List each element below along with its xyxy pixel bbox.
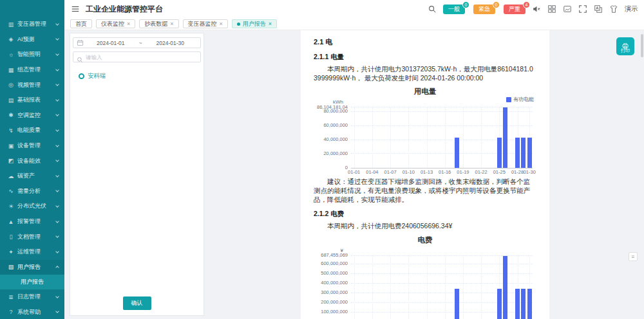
sidebar-item-9[interactable]: ▣设备管理: [0, 138, 64, 154]
chevron-down-icon: [55, 22, 59, 26]
chart-legend[interactable]: 有功电能: [506, 96, 534, 103]
alarm-badge-severe[interactable]: 严重4: [504, 5, 526, 14]
sidebar-item-label: 文档管理: [17, 233, 56, 241]
chevron-down-icon: [55, 204, 59, 208]
sidebar-item-label: 分布式光伏: [17, 202, 56, 210]
sidebar-item-label: 视频管理: [17, 81, 56, 89]
screenshot-icon[interactable]: [563, 5, 572, 14]
bar-day-26: [503, 256, 507, 319]
y-tick-label: 100,000,000: [305, 309, 348, 314]
confirm-button[interactable]: 确认: [123, 296, 151, 310]
sidebar-item-17[interactable]: ▧用户报告: [0, 260, 64, 275]
gridline: [427, 107, 428, 168]
sidebar-item-16[interactable]: ✦运维管理: [0, 244, 64, 260]
sidebar-menu: ▥变压器管理◈AI预测☼智能照明▦组态管理◎视频管理▤基础报表✱空调监控↯电能质…: [0, 0, 64, 319]
menu-item-icon: ☼: [7, 51, 15, 58]
sidebar-item-10[interactable]: ◩设备能效: [0, 153, 64, 169]
bar-day-29: [521, 138, 526, 168]
cost-summary-paragraph: 本周期内，共计使用电费2406056696.34¥: [314, 222, 536, 231]
search-input[interactable]: [86, 54, 197, 60]
date-end[interactable]: 2024-01-30: [143, 40, 197, 46]
sidebar-item-2[interactable]: ◈AI预测: [0, 32, 64, 48]
bar-day-25: [497, 138, 502, 168]
active-tab-dot: [237, 23, 240, 26]
tab-5[interactable]: 用户报告×: [232, 19, 277, 28]
grid-icon[interactable]: [547, 5, 556, 14]
tree-search: [73, 51, 201, 62]
tab-1[interactable]: 首页: [70, 19, 92, 28]
sidebar-item-13[interactable]: ☀分布式光伏: [0, 199, 64, 214]
sidebar-item-19[interactable]: ?系统帮助: [0, 305, 64, 319]
sidebar-item-5[interactable]: ◎视频管理: [0, 77, 64, 93]
header-icons: [532, 5, 618, 14]
gridline: [463, 107, 464, 168]
gridline: [408, 107, 409, 168]
print-button[interactable]: 打印: [616, 37, 634, 55]
menu-item-icon: ↯: [7, 127, 15, 134]
translate-icon[interactable]: [594, 5, 603, 14]
menu-item-icon: ▯: [7, 233, 15, 240]
demo-user-label[interactable]: 演示: [625, 5, 638, 14]
gridline: [354, 107, 355, 168]
page-widget-icon[interactable]: ≡: [629, 252, 638, 261]
y-tick-label: 687,455,069: [305, 253, 348, 258]
sidebar-item-1[interactable]: ▥变压器管理: [0, 17, 64, 32]
alarm-badge-urgent[interactable]: 紧急0: [473, 5, 495, 14]
sidebar-item-18[interactable]: ≣日志管理: [0, 289, 64, 305]
app-title: 工业企业能源管控平台: [86, 4, 163, 15]
menu-item-icon: ▣: [7, 143, 15, 149]
gridline: [463, 256, 464, 319]
search-icon[interactable]: [428, 5, 437, 14]
y-tick-label: 500,000,000: [305, 271, 348, 276]
search-icon: [77, 54, 83, 60]
scrollbar-thumb[interactable]: [641, 34, 643, 57]
section-heading-cost: 2.1.2 电费: [314, 210, 536, 219]
menu-item-icon: ▲: [7, 219, 15, 225]
badge-count: 4: [523, 1, 530, 8]
sidebar-item-4[interactable]: ▦组态管理: [0, 62, 64, 78]
date-separator: ~: [138, 40, 144, 46]
tab-4[interactable]: 变压器监控×: [183, 19, 228, 28]
alarm-badge-general[interactable]: 一般0: [443, 5, 465, 14]
sidebar-item-7[interactable]: ✱空调监控: [0, 108, 64, 123]
date-start[interactable]: 2024-01-01: [84, 40, 138, 46]
theme-icon[interactable]: [609, 5, 618, 14]
sidebar-item-6[interactable]: ▤基础报表: [0, 93, 64, 108]
sidebar-item-3[interactable]: ☼智能照明: [0, 47, 64, 62]
y-tick-label: 300,000,000: [305, 290, 348, 295]
close-icon[interactable]: ×: [127, 21, 130, 27]
bar-day-30: [527, 138, 532, 168]
sidebar-item-12[interactable]: ∿需量分析: [0, 184, 64, 199]
sidebar-item-8[interactable]: ↯电能质量: [0, 123, 64, 138]
tree-node-acrel[interactable]: 安科瑞: [79, 72, 204, 80]
chevron-down-icon: [55, 188, 59, 192]
chart-body: kWh 020,000,00040,000,00060,000,00080,00…: [351, 107, 533, 169]
sidebar-item-14[interactable]: ▲报警管理: [0, 214, 64, 230]
section-heading-electricity: 2.1 电: [314, 37, 536, 47]
menu-item-icon: ◈: [7, 36, 15, 42]
close-icon[interactable]: ×: [170, 21, 173, 27]
y-tick-label: 86,104,181.04: [305, 105, 348, 110]
date-range-picker[interactable]: 2024-01-01 ~ 2024-01-30: [73, 37, 201, 48]
close-icon[interactable]: ×: [220, 21, 223, 27]
menu-collapse-icon[interactable]: [71, 5, 80, 14]
chevron-down-icon: [55, 98, 59, 102]
energy-chart: 用电量 有功电能 kWh 020,000,00040,000,00060,000…: [314, 87, 536, 169]
menu-item-icon: ?: [7, 309, 15, 315]
close-icon[interactable]: ×: [269, 21, 272, 27]
menu-item-icon: ☁: [7, 173, 15, 179]
chevron-down-icon: [55, 219, 59, 223]
chart-plot: 020,000,00040,000,00060,000,00080,000,00…: [351, 107, 533, 169]
sidebar-item-11[interactable]: ☁碳资产: [0, 169, 64, 184]
printer-icon: [621, 41, 629, 48]
fullscreen-icon[interactable]: [578, 5, 587, 14]
sidebar-item-15[interactable]: ▯文档管理: [0, 229, 64, 244]
sidebar-subitem-user-report[interactable]: 用户报告: [0, 275, 64, 289]
sidebar-item-label: 基础报表: [17, 96, 56, 104]
gridline: [481, 107, 482, 168]
tab-3[interactable]: 抄表数据×: [139, 19, 178, 28]
volume-mute-icon[interactable]: [532, 5, 541, 14]
chevron-down-icon: [55, 37, 59, 41]
tab-2[interactable]: 仪表监控×: [96, 19, 135, 28]
sidebar-item-label: 碳资产: [17, 172, 56, 180]
